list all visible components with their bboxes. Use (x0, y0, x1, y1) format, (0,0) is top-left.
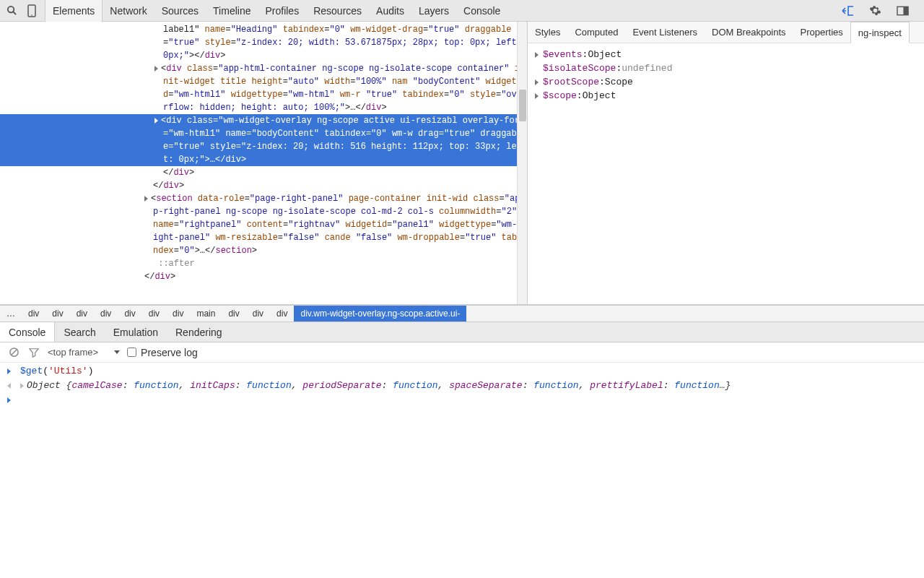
svg-rect-5 (903, 7, 908, 14)
breadcrumb-item[interactable]: div (45, 306, 69, 322)
scope-property[interactable]: $scope: Object (535, 89, 917, 103)
scrollbar-thumb[interactable] (519, 90, 526, 121)
property-value: Object (588, 48, 622, 61)
scope-property[interactable]: $isolateScope: undefined (535, 61, 917, 75)
preserve-log-checkbox[interactable] (127, 348, 136, 357)
dom-node[interactable]: <section data-role="page-right-panel" pa… (0, 192, 528, 257)
output-chevron-icon (7, 383, 11, 389)
side-tab-dom-breakpoints[interactable]: DOM Breakpoints (705, 22, 793, 43)
breadcrumb-item[interactable]: div (222, 306, 245, 322)
side-tab-event-listeners[interactable]: Event Listeners (625, 22, 705, 43)
svg-line-7 (11, 350, 17, 355)
side-tabs: StylesComputedEvent ListenersDOM Breakpo… (528, 22, 924, 43)
drawer-tab-emulation[interactable]: Emulation (105, 322, 167, 342)
main-tab-console[interactable]: Console (456, 0, 507, 22)
main-area: label1" name="Heading" tabindex="0" wm-w… (0, 22, 924, 305)
console-row: $get('Utils') (0, 364, 924, 379)
dock-icon[interactable] (895, 4, 910, 18)
property-key: $rootScope (543, 75, 599, 89)
property-key: $events (543, 48, 583, 61)
main-tabs: ElementsNetworkSourcesTimelineProfilesRe… (45, 0, 507, 22)
dom-node[interactable]: </div> (0, 166, 528, 179)
breadcrumb-item[interactable]: div (94, 306, 118, 322)
side-tab-styles[interactable]: Styles (528, 22, 567, 43)
dom-tree[interactable]: label1" name="Heading" tabindex="0" wm-w… (0, 22, 528, 285)
console-row: Object {camelCase: function, initCaps: f… (0, 379, 924, 393)
main-tab-layers[interactable]: Layers (411, 0, 456, 22)
main-tab-timeline[interactable]: Timeline (206, 0, 258, 22)
dom-node[interactable]: </div> (0, 270, 528, 283)
expand-arrow-icon[interactable] (535, 79, 539, 85)
main-tab-audits[interactable]: Audits (369, 0, 411, 22)
filter-icon[interactable] (27, 346, 40, 359)
breadcrumb-item[interactable]: div (166, 306, 190, 322)
svg-line-1 (13, 12, 16, 14)
main-tab-resources[interactable]: Resources (306, 0, 369, 22)
property-key: $isolateScope (543, 61, 616, 75)
device-mode-icon[interactable] (25, 4, 39, 18)
scope-property[interactable]: $rootScope: Scope (535, 75, 917, 89)
vertical-scrollbar[interactable] (517, 22, 527, 304)
breadcrumb-item[interactable]: div (142, 306, 166, 322)
breadcrumb-item[interactable]: div (246, 306, 270, 322)
property-value: Object (583, 89, 616, 103)
clear-console-icon[interactable] (7, 346, 20, 359)
devtools-toolbar: ElementsNetworkSourcesTimelineProfilesRe… (0, 0, 924, 22)
dom-node[interactable]: ::after (0, 257, 528, 270)
dom-node[interactable]: </div> (0, 179, 528, 192)
console-row[interactable] (0, 393, 924, 407)
expand-arrow-icon[interactable] (154, 118, 158, 124)
property-value: undefined (622, 61, 672, 75)
main-tab-network[interactable]: Network (103, 0, 154, 22)
drawer-tab-console[interactable]: Console (0, 322, 55, 342)
input-chevron-icon (7, 368, 11, 374)
side-tab-computed[interactable]: Computed (567, 22, 625, 43)
toolbar-right (840, 4, 920, 18)
gear-icon[interactable] (868, 4, 882, 18)
svg-point-3 (31, 14, 32, 16)
main-tab-profiles[interactable]: Profiles (258, 0, 306, 22)
preserve-log-label: Preserve log (141, 347, 198, 358)
frame-select-label: <top frame> (48, 347, 98, 358)
side-tab-ng-inspect[interactable]: ng-inspect (850, 22, 910, 43)
expand-arrow-icon[interactable] (535, 93, 539, 99)
breadcrumb-item[interactable]: div (270, 306, 294, 322)
console-text: Object {camelCase: function, initCaps: f… (20, 379, 917, 393)
svg-point-0 (7, 7, 13, 12)
search-icon[interactable] (4, 4, 19, 18)
breadcrumb-item[interactable]: div (118, 306, 141, 322)
breadcrumb-item[interactable]: div (22, 306, 45, 322)
elements-side-pane: StylesComputedEvent ListenersDOM Breakpo… (528, 22, 924, 304)
scope-property[interactable]: $events: Object (535, 48, 917, 61)
breadcrumb-item[interactable]: div.wm-widget-overlay.ng-scope.active.ui… (294, 306, 466, 322)
breadcrumb-item[interactable]: div (70, 306, 94, 322)
console-body[interactable]: $get('Utils')Object {camelCase: function… (0, 363, 924, 409)
breadcrumb[interactable]: …divdivdivdivdivdivdivmaindivdivdivdiv.w… (0, 305, 924, 322)
main-tab-elements[interactable]: Elements (45, 0, 103, 22)
elements-dom-pane[interactable]: label1" name="Heading" tabindex="0" wm-w… (0, 22, 528, 304)
chevron-down-icon (114, 350, 120, 354)
toggle-drawer-icon[interactable] (840, 4, 855, 18)
breadcrumb-item[interactable]: … (0, 306, 22, 322)
expand-arrow-icon[interactable] (144, 196, 148, 202)
dom-node[interactable]: label1" name="Heading" tabindex="0" wm-w… (0, 23, 528, 62)
property-key: $scope (543, 89, 577, 103)
expand-arrow-icon[interactable] (535, 52, 539, 58)
console-toolbar: <top frame> Preserve log (0, 342, 924, 363)
breadcrumb-item[interactable]: main (190, 306, 222, 322)
preserve-log[interactable]: Preserve log (127, 347, 198, 358)
side-body[interactable]: $events: Object$isolateScope: undefined$… (528, 43, 924, 107)
prompt-chevron-icon (7, 397, 11, 403)
drawer-tab-search[interactable]: Search (55, 322, 104, 342)
frame-select[interactable]: <top frame> (48, 347, 120, 358)
main-tab-sources[interactable]: Sources (154, 0, 206, 22)
dom-node[interactable]: <div class="wm-widget-overlay ng-scope a… (0, 114, 528, 166)
drawer-tabs: ConsoleSearchEmulationRendering (0, 322, 924, 342)
console-text: $get('Utils') (20, 364, 917, 379)
side-tab-properties[interactable]: Properties (793, 22, 850, 43)
property-value: Scope (605, 75, 633, 89)
drawer-tab-rendering[interactable]: Rendering (167, 322, 231, 342)
dom-node[interactable]: <div class="app-html-container ng-scope … (0, 62, 528, 114)
expand-arrow-icon[interactable] (154, 66, 158, 72)
